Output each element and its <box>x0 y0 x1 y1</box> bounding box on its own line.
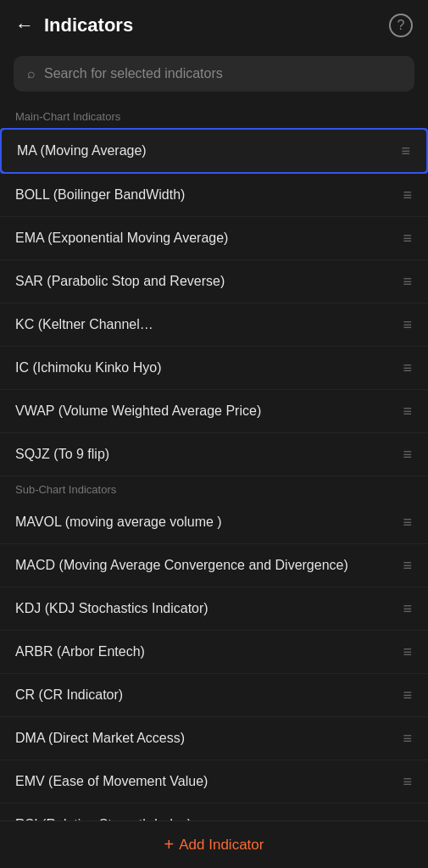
indicator-name: MA (Moving Average) <box>17 143 401 159</box>
indicator-item-boll[interactable]: BOLL (Boilinger BandWidth)≡ <box>0 174 428 217</box>
indicator-name: SQJZ (To 9 flip) <box>15 447 403 462</box>
indicator-item-mavol[interactable]: MAVOL (moving average volume )≡ <box>0 501 428 544</box>
indicator-name: IC (Ichimoku Kinko Hyo) <box>15 360 403 376</box>
indicator-name: EMV (Ease of Movement Value) <box>15 774 403 789</box>
indicator-name: BOLL (Boilinger BandWidth) <box>15 187 403 203</box>
back-button[interactable]: ← <box>15 14 34 36</box>
indicator-name: KDJ (KDJ Stochastics Indicator) <box>15 601 403 616</box>
indicator-item-sqjz[interactable]: SQJZ (To 9 flip)≡ <box>0 433 428 476</box>
indicator-item-ma[interactable]: MA (Moving Average)≡ <box>0 128 428 174</box>
help-button[interactable]: ? <box>389 14 413 37</box>
header: ← Indicators ? <box>0 0 428 51</box>
drag-handle-icon[interactable]: ≡ <box>403 515 413 530</box>
indicator-name: CR (CR Indicator) <box>15 687 403 703</box>
drag-handle-icon[interactable]: ≡ <box>403 187 413 203</box>
drag-handle-icon[interactable]: ≡ <box>403 687 413 703</box>
drag-handle-icon[interactable]: ≡ <box>403 231 413 246</box>
indicator-name: SAR (Parabolic Stop and Reverse) <box>15 274 403 289</box>
add-indicator-bar: + Add Indicator <box>0 821 428 868</box>
search-input[interactable]: Search for selected indicators <box>44 66 223 81</box>
drag-handle-icon[interactable]: ≡ <box>403 731 413 746</box>
indicator-name: ARBR (Arbor Entech) <box>15 644 403 659</box>
drag-handle-icon[interactable]: ≡ <box>403 774 413 789</box>
indicator-item-dma[interactable]: DMA (Direct Market Access)≡ <box>0 717 428 760</box>
indicator-item-emv[interactable]: EMV (Ease of Movement Value)≡ <box>0 760 428 804</box>
indicator-name: DMA (Direct Market Access) <box>15 731 403 746</box>
drag-handle-icon[interactable]: ≡ <box>403 317 413 332</box>
content-area: Main-Chart IndicatorsMA (Moving Average)… <box>0 103 428 868</box>
indicator-name: MACD (Moving Average Convergence and Div… <box>15 558 403 573</box>
add-plus-icon: + <box>164 835 175 854</box>
drag-handle-icon[interactable]: ≡ <box>403 360 413 376</box>
drag-handle-icon[interactable]: ≡ <box>403 403 413 419</box>
search-bar[interactable]: ⌕ Search for selected indicators <box>14 56 414 92</box>
drag-handle-icon[interactable]: ≡ <box>403 274 413 289</box>
add-indicator-button[interactable]: + Add Indicator <box>164 835 264 854</box>
section-label: Main-Chart Indicators <box>0 103 428 128</box>
indicator-name: EMA (Exponential Moving Average) <box>15 231 403 246</box>
page-title: Indicators <box>44 14 133 36</box>
indicator-item-sar[interactable]: SAR (Parabolic Stop and Reverse)≡ <box>0 260 428 303</box>
indicator-name: VWAP (Volume Weighted Average Price) <box>15 403 403 419</box>
add-indicator-label: Add Indicator <box>179 837 264 854</box>
indicator-item-ic[interactable]: IC (Ichimoku Kinko Hyo)≡ <box>0 347 428 390</box>
indicator-item-vwap[interactable]: VWAP (Volume Weighted Average Price)≡ <box>0 390 428 433</box>
drag-handle-icon[interactable]: ≡ <box>403 601 413 616</box>
indicator-item-macd[interactable]: MACD (Moving Average Convergence and Div… <box>0 544 428 587</box>
search-icon: ⌕ <box>27 66 36 81</box>
indicator-item-arbr[interactable]: ARBR (Arbor Entech)≡ <box>0 631 428 674</box>
section-label: Sub-Chart Indicators <box>0 476 428 501</box>
indicator-item-cr[interactable]: CR (CR Indicator)≡ <box>0 674 428 717</box>
drag-handle-icon[interactable]: ≡ <box>403 644 413 659</box>
indicator-item-kc[interactable]: KC (Keltner Channel…≡ <box>0 303 428 347</box>
indicator-name: KC (Keltner Channel… <box>15 317 403 332</box>
header-left: ← Indicators <box>15 14 133 36</box>
indicator-item-ema[interactable]: EMA (Exponential Moving Average)≡ <box>0 217 428 260</box>
drag-handle-icon[interactable]: ≡ <box>401 143 411 159</box>
drag-handle-icon[interactable]: ≡ <box>403 558 413 573</box>
drag-handle-icon[interactable]: ≡ <box>403 447 413 462</box>
indicator-name: MAVOL (moving average volume ) <box>15 515 403 530</box>
indicator-item-kdj[interactable]: KDJ (KDJ Stochastics Indicator)≡ <box>0 587 428 631</box>
